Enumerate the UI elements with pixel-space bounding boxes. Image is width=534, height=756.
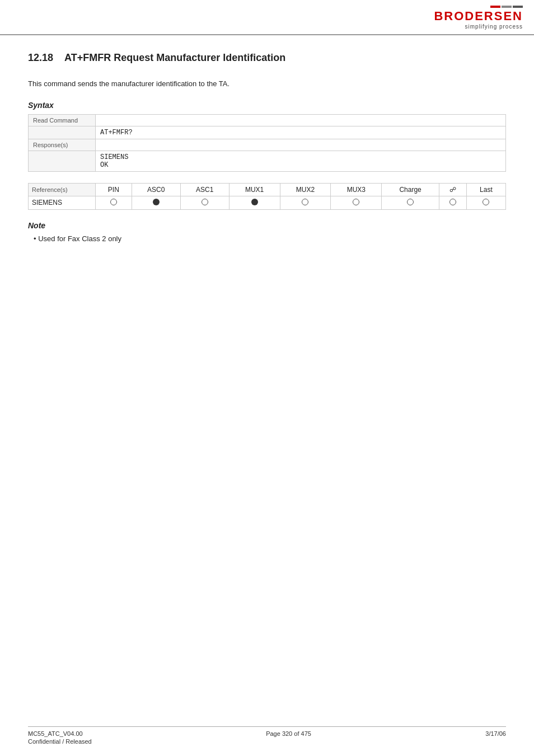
col-last: Last	[466, 183, 505, 196]
syntax-row-responses-value: SIEMENSOK	[29, 151, 506, 171]
circle-empty-mux2	[302, 199, 308, 205]
col-charge: Charge	[382, 183, 439, 196]
col-pin: PIN	[96, 183, 132, 196]
read-command-label: Read Command	[29, 114, 96, 126]
cell-special	[439, 196, 466, 209]
read-command-code: AT+FMFR?	[96, 126, 506, 139]
col-asc1: ASC1	[180, 183, 229, 196]
responses-label: Response(s)	[29, 139, 96, 151]
syntax-table: Read Command AT+FMFR? Response(s) SIEMEN…	[28, 114, 506, 172]
reference-table: Reference(s) PIN ASC0 ASC1 MUX1 MUX2 MUX…	[28, 183, 506, 210]
syntax-row-command-value: AT+FMFR?	[29, 126, 506, 139]
circle-empty-last	[483, 199, 489, 205]
col-mux3: MUX3	[331, 183, 382, 196]
cell-mux3	[331, 196, 382, 209]
circle-empty-pin	[110, 199, 117, 205]
section-heading: AT+FMFR Request Manufacturer Identificat…	[64, 52, 285, 63]
cell-charge	[382, 196, 439, 209]
footer-doc-id: MC55_ATC_V04.00	[28, 730, 92, 737]
footer-confidential: Confidential / Released	[28, 738, 92, 745]
cell-mux2	[280, 196, 331, 209]
ref-data-row-siemens: SIEMENS	[29, 196, 506, 209]
circle-filled-mux1	[251, 199, 258, 205]
logo-tagline: simplifying process	[465, 24, 523, 30]
note-list: Used for Fax Class 2 only	[28, 233, 506, 245]
footer-page: Page 320 of 475	[266, 730, 311, 745]
col-special: ☍	[439, 183, 466, 196]
cell-last	[466, 196, 505, 209]
syntax-heading: Syntax	[28, 101, 506, 110]
cell-asc0	[132, 196, 180, 209]
note-heading: Note	[28, 221, 506, 230]
logo-area: BRODERSEN simplifying process	[434, 6, 523, 30]
page-header: BRODERSEN simplifying process	[0, 0, 534, 35]
cell-asc1	[180, 196, 229, 209]
note-item-1: Used for Fax Class 2 only	[34, 233, 506, 245]
logo-text: BRODERSEN	[434, 9, 523, 24]
syntax-row-read-command: Read Command	[29, 114, 506, 126]
responses-empty	[96, 139, 506, 151]
ref-header-label: Reference(s)	[29, 183, 96, 196]
cell-mux1	[229, 196, 280, 209]
logo-bar	[490, 6, 523, 8]
section-title: 12.18AT+FMFR Request Manufacturer Identi…	[28, 52, 506, 67]
responses-empty-label	[29, 151, 96, 171]
circle-empty-mux3	[353, 199, 359, 205]
syntax-row-responses-label: Response(s)	[29, 139, 506, 151]
section-number: 12.18	[28, 52, 53, 63]
responses-value: SIEMENSOK	[96, 151, 506, 171]
read-command-value	[96, 114, 506, 126]
ref-row-label-siemens: SIEMENS	[29, 196, 96, 209]
col-asc0: ASC0	[132, 183, 180, 196]
col-mux2: MUX2	[280, 183, 331, 196]
section-description: This command sends the manufacturer iden…	[28, 78, 506, 90]
circle-empty-asc1	[202, 199, 208, 205]
cell-pin	[96, 196, 132, 209]
read-command-empty-label	[29, 126, 96, 139]
ref-header-row: Reference(s) PIN ASC0 ASC1 MUX1 MUX2 MUX…	[29, 183, 506, 196]
col-mux1: MUX1	[229, 183, 280, 196]
circle-empty-charge	[407, 199, 414, 205]
circle-filled-asc0	[153, 199, 160, 205]
footer-left: MC55_ATC_V04.00 Confidential / Released	[28, 730, 92, 745]
footer-date: 3/17/06	[485, 730, 506, 745]
main-content: 12.18AT+FMFR Request Manufacturer Identi…	[0, 35, 534, 267]
page-footer: MC55_ATC_V04.00 Confidential / Released …	[28, 726, 506, 745]
circle-empty-special	[449, 199, 456, 205]
